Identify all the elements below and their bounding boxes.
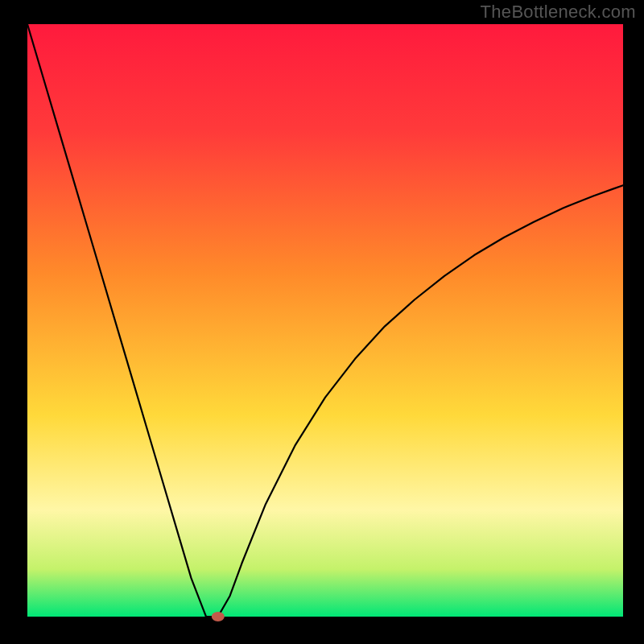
bottleneck-plot [0, 0, 644, 644]
watermark-text: TheBottleneck.com [481, 2, 636, 23]
chart-frame: TheBottleneck.com [0, 0, 644, 644]
optimum-marker [212, 612, 225, 621]
plot-area [27, 24, 623, 617]
